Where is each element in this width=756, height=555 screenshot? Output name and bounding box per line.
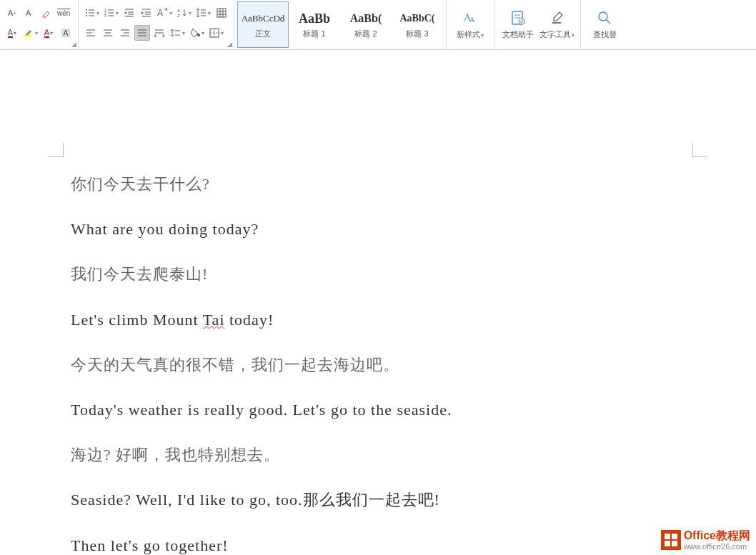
styles-gallery: AaBbCcDd 正文 AaBb 标题 1 AaBb( 标题 2 AaBbC( … — [234, 0, 447, 49]
new-style-button[interactable]: AA 新样式▾ — [451, 6, 489, 43]
decrease-indent-button[interactable] — [121, 5, 137, 21]
svg-rect-27 — [217, 9, 226, 17]
grow-font-button[interactable]: A+ — [4, 5, 20, 21]
svg-rect-64 — [672, 541, 677, 546]
style-heading2[interactable]: AaBb( 标题 2 — [340, 1, 392, 48]
document-content[interactable]: 你们今天去干什么?What are you doing today?我们今天去爬… — [49, 71, 707, 555]
watermark-url: www.office26.com — [684, 542, 750, 551]
bullets-button[interactable]: ▾ — [83, 5, 101, 21]
doc-assistant-button[interactable]: 文档助手 — [499, 6, 537, 43]
svg-point-48 — [197, 34, 200, 36]
style-normal[interactable]: AaBbCcDd 正文 — [237, 1, 289, 48]
spellcheck-error[interactable]: Tai — [203, 311, 225, 329]
svg-text:3: 3 — [104, 14, 106, 18]
font-color-a-button[interactable]: A▾ — [4, 25, 20, 41]
paragraph[interactable]: Let's climb Mount Tai today! — [71, 307, 685, 332]
svg-point-5 — [86, 15, 87, 16]
style-heading1[interactable]: AaBb 标题 1 — [289, 1, 340, 48]
svg-text:A: A — [157, 8, 163, 18]
svg-text:A: A — [469, 16, 475, 24]
font-dialog-launcher[interactable]: ◢ — [71, 41, 76, 48]
char-shading-button[interactable]: A — [58, 25, 74, 41]
svg-line-60 — [606, 19, 610, 24]
align-left-button[interactable] — [83, 25, 99, 41]
shading-button[interactable]: ▾ — [188, 25, 206, 41]
paragraph-group: ▾ 123▾ A▾ AZ▾ ▾ — [79, 0, 234, 49]
new-style-group: AA 新样式▾ — [447, 0, 494, 49]
tools-group: 文档助手 文字工具▾ — [494, 0, 581, 49]
clear-format-button[interactable] — [39, 5, 54, 21]
distribute-button[interactable] — [151, 25, 167, 41]
margin-corner-tl — [49, 143, 64, 157]
align-justify-button[interactable] — [134, 25, 150, 41]
paragraph-dialog-launcher[interactable]: ◢ — [227, 41, 232, 48]
align-center-button[interactable] — [100, 25, 116, 41]
svg-rect-58 — [552, 22, 561, 24]
shrink-font-button[interactable]: A- — [21, 5, 37, 21]
find-group: 查找替 — [581, 0, 628, 49]
insert-table-button[interactable] — [214, 5, 229, 21]
phonetic-guide-button[interactable]: wén — [56, 5, 71, 21]
sort-button[interactable]: AZ▾ — [175, 5, 193, 21]
text-tools-button[interactable]: 文字工具▾ — [537, 6, 576, 43]
paragraph[interactable]: Seaside? Well, I'd like to go, too.那么我们一… — [71, 487, 685, 512]
svg-rect-61 — [665, 534, 670, 539]
svg-rect-62 — [672, 534, 677, 539]
svg-point-57 — [519, 19, 524, 24]
paragraph[interactable]: What are you doing today? — [71, 216, 685, 241]
borders-button[interactable]: ▾ — [207, 25, 225, 41]
page: 你们今天去干什么?What are you doing today?我们今天去爬… — [49, 71, 707, 555]
svg-text:Z: Z — [177, 14, 180, 18]
svg-point-3 — [86, 12, 87, 14]
office-logo-icon — [661, 530, 681, 550]
ribbon: A+ A- wén A▾ ▾ A▾ A ◢ ▾ 123▾ — [0, 0, 756, 50]
svg-rect-63 — [665, 541, 670, 546]
highlight-button[interactable]: ▾ — [21, 25, 39, 41]
font-group: A+ A- wén A▾ ▾ A▾ A ◢ — [0, 0, 79, 49]
font-color-button[interactable]: A▾ — [41, 25, 56, 41]
watermark: Office教程网 www.office26.com — [661, 529, 750, 551]
paragraph[interactable]: Then let's go together! — [71, 533, 685, 556]
find-replace-button[interactable]: 查找替 — [585, 6, 624, 43]
line-spacing-top-button[interactable]: ▾ — [194, 5, 212, 21]
svg-point-1 — [86, 9, 87, 11]
paragraph[interactable]: 海边? 好啊，我也特别想去。 — [71, 442, 685, 467]
increase-indent-button[interactable] — [139, 5, 154, 21]
paragraph[interactable]: Today's weather is really good. Let's go… — [71, 397, 685, 422]
change-case-button[interactable]: A▾ — [156, 5, 174, 21]
align-right-button[interactable] — [117, 25, 133, 41]
document-canvas[interactable]: 你们今天去干什么?What are you doing today?我们今天去爬… — [0, 50, 756, 555]
paragraph[interactable]: 我们今天去爬泰山! — [71, 261, 685, 286]
numbering-button[interactable]: 123▾ — [102, 5, 120, 21]
line-spacing-button[interactable]: ▾ — [169, 25, 186, 41]
paragraph[interactable]: 今天的天气真的很不错，我们一起去海边吧。 — [71, 352, 685, 377]
svg-text:A: A — [177, 9, 180, 13]
style-heading3[interactable]: AaBbC( 标题 3 — [392, 1, 443, 48]
paragraph[interactable]: 你们今天去干什么? — [71, 171, 685, 196]
margin-corner-tr — [692, 143, 707, 157]
watermark-title: Office教程网 — [684, 529, 750, 542]
